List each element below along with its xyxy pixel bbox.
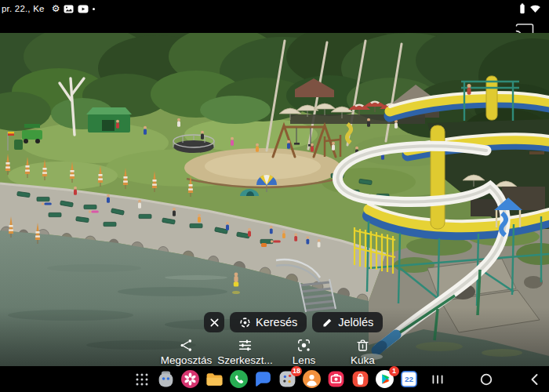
lens-button[interactable]: Lens xyxy=(274,338,333,366)
share-icon xyxy=(179,338,194,353)
edit-label: Szerkeszt... xyxy=(217,354,273,366)
nav-home-button[interactable] xyxy=(478,372,494,387)
app-icon-camera[interactable] xyxy=(326,369,346,389)
app-icon-messages[interactable] xyxy=(253,369,273,389)
wifi-icon xyxy=(529,4,541,13)
notification-badge: 18 xyxy=(291,366,302,376)
action-bar: Megosztás Szerkeszt... Lens xyxy=(0,338,549,366)
close-icon xyxy=(209,318,220,328)
app-icon-play-store[interactable]: 1 xyxy=(375,369,394,389)
app-grid-icon[interactable] xyxy=(135,372,149,387)
gear-icon: ⚙ xyxy=(52,4,60,13)
app-icon-calendar[interactable]: 22 xyxy=(399,369,419,389)
app-icon-assistant-app[interactable] xyxy=(156,369,176,389)
tablet-screen: pr. 22., Ke ⚙ xyxy=(0,0,549,392)
more-notifications-dot xyxy=(93,8,95,10)
notification-badge: 1 xyxy=(389,366,399,376)
taskbar-apps: 18122 xyxy=(156,369,419,389)
nav-back-button[interactable] xyxy=(527,372,543,387)
share-label: Megosztás xyxy=(161,354,212,366)
edit-button[interactable]: Szerkeszt... xyxy=(216,338,274,366)
lens-label: Lens xyxy=(293,354,315,366)
taskbar: 18122 xyxy=(0,366,549,392)
delete-label: Kuka xyxy=(351,354,375,366)
navigation-bar xyxy=(430,372,543,387)
notification-icons: ⚙ xyxy=(52,4,96,13)
status-date: pr. 22., Ke xyxy=(2,4,45,13)
battery-icon xyxy=(518,2,526,15)
search-button[interactable]: Keresés xyxy=(230,312,307,332)
search-button-label: Keresés xyxy=(256,316,297,328)
status-bar: pr. 22., Ke ⚙ xyxy=(0,0,549,17)
share-button[interactable]: Megosztás xyxy=(157,338,216,366)
app-icon-phone[interactable] xyxy=(229,369,249,389)
photo-overlay-buttons: Keresés Jelölés xyxy=(204,312,383,332)
close-button[interactable] xyxy=(204,312,224,332)
app-icon-gallery[interactable] xyxy=(180,369,200,389)
delete-button[interactable]: Kuka xyxy=(333,338,392,366)
screenshot-icon xyxy=(64,5,74,13)
app-icon-my-files[interactable] xyxy=(205,369,224,389)
pen-icon xyxy=(322,317,333,328)
youtube-icon xyxy=(78,5,89,13)
system-status-icons xyxy=(518,2,541,15)
app-icon-contacts[interactable] xyxy=(302,369,322,389)
lens-frame-icon xyxy=(296,338,311,353)
app-icon-updates-app[interactable]: 18 xyxy=(278,369,297,389)
nav-recents-button[interactable] xyxy=(430,372,445,387)
svg-text:22: 22 xyxy=(405,375,413,383)
tune-icon xyxy=(238,338,253,353)
markup-button-label: Jelölés xyxy=(338,316,373,328)
markup-button[interactable]: Jelölés xyxy=(312,312,383,332)
trash-icon xyxy=(355,338,370,353)
lens-dashed-circle-icon xyxy=(239,317,251,328)
app-icon-galaxy-store[interactable] xyxy=(351,369,370,389)
